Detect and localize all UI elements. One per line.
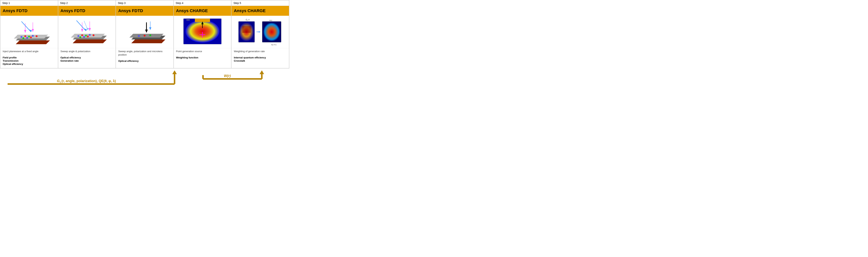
step-card-3: Step 3 Ansys FDTD (116, 0, 174, 68)
svg-marker-83 (259, 70, 264, 74)
step5-image: G L (r) W(r) G L (r)·W(r) (231, 16, 289, 48)
svg-point-25 (89, 34, 91, 36)
svg-point-47 (144, 35, 146, 37)
svg-text:(r): (r) (248, 19, 250, 21)
step-card-2: Step 2 Ansys FDTD (58, 0, 116, 68)
step1-label: Step 1 (0, 0, 58, 6)
steps-row: Step 1 Ansys FDTD (0, 0, 289, 68)
svg-point-10 (22, 37, 24, 39)
svg-marker-80 (172, 70, 177, 74)
step3-image (116, 16, 174, 48)
step4-label: Step 4 (174, 0, 231, 6)
step2-tool: Ansys FDTD (58, 6, 116, 16)
svg-point-6 (24, 35, 26, 37)
svg-text:L: L (60, 81, 61, 84)
svg-point-23 (81, 34, 83, 36)
step5-output-1: Internal quantum efficiency (234, 56, 287, 59)
svg-point-72 (263, 22, 280, 41)
step4-desc: Point generation source (174, 48, 231, 55)
step4-output-1: Weighting function (176, 56, 229, 59)
svg-marker-40 (129, 34, 163, 37)
step1-output-1: Field profile (3, 56, 56, 59)
svg-marker-31 (81, 29, 83, 32)
svg-point-8 (32, 35, 34, 37)
svg-text:W(r): W(r) (224, 74, 231, 78)
step5-desc: Weighting of generation rate (231, 48, 289, 55)
svg-text:(r)·W(r): (r)·W(r) (272, 44, 277, 45)
step4-image (174, 16, 231, 48)
step3-outputs: Optical efficiency (116, 58, 174, 65)
step3-output-1: Optical efficiency (118, 60, 171, 62)
step2-image (58, 16, 116, 48)
svg-point-29 (87, 35, 89, 37)
step5-outputs: Internal quantum efficiency Crosstalk (231, 55, 289, 65)
step-card-4: Step 4 Ansys CHARGE (174, 0, 231, 68)
svg-point-28 (83, 36, 85, 38)
svg-point-5 (21, 36, 22, 38)
svg-marker-0 (16, 40, 50, 44)
svg-point-48 (149, 34, 151, 36)
step2-outputs: Optical efficiency Generation rate (58, 55, 116, 65)
svg-marker-50 (145, 30, 148, 33)
svg-marker-19 (73, 39, 107, 43)
svg-text:G: G (57, 79, 60, 83)
step1-desc: Inject planewave at a fixed angle (0, 48, 58, 55)
step3-desc: Sweep angle, polarization and microlens … (116, 48, 174, 58)
svg-marker-70 (259, 31, 260, 33)
step2-output-1: Optical efficiency (61, 56, 114, 59)
step5-output-2: Crosstalk (234, 59, 287, 62)
step-card-1: Step 1 Ansys FDTD (0, 0, 58, 68)
svg-marker-16 (32, 29, 34, 32)
svg-point-9 (36, 35, 37, 37)
step2-label: Step 2 (58, 0, 116, 6)
step1-output-2: Transmission (3, 59, 56, 62)
step2-desc: Sweep angle & polarization (58, 48, 116, 55)
svg-point-46 (138, 35, 140, 37)
step2-output-2: Generation rate (61, 59, 114, 62)
svg-point-12 (30, 36, 32, 38)
step3-label: Step 3 (116, 0, 174, 6)
svg-rect-57 (186, 20, 190, 20)
svg-point-22 (78, 35, 79, 37)
step4-tool: Ansys CHARGE (174, 6, 231, 16)
step3-tool: Ansys FDTD (116, 6, 174, 16)
step5-label: Step 5 (231, 0, 289, 6)
svg-point-27 (79, 36, 81, 38)
step1-tool: Ansys FDTD (0, 6, 58, 16)
svg-rect-64 (242, 26, 251, 33)
svg-marker-52 (149, 27, 151, 30)
svg-point-26 (93, 34, 94, 36)
svg-marker-14 (24, 30, 26, 33)
flow-arrows-svg: G L (r, angle, polarization), QE(θ, φ, λ… (0, 68, 289, 88)
svg-text:W(r): W(r) (269, 20, 272, 21)
svg-text:G: G (246, 19, 247, 21)
step5-tool: Ansys CHARGE (231, 6, 289, 16)
step1-outputs: Field profile Transmission Optical effic… (0, 55, 58, 68)
svg-marker-38 (131, 39, 165, 43)
workflow-container: Step 1 Ansys FDTD (0, 0, 289, 88)
svg-text:(r, angle, polarization), QE(θ: (r, angle, polarization), QE(θ, φ, λ) (61, 79, 116, 83)
step4-outputs: Weighting function (174, 55, 231, 62)
svg-point-7 (28, 36, 30, 37)
step-card-5: Step 5 Ansys CHARGE (231, 0, 289, 68)
svg-point-24 (85, 35, 87, 37)
step1-image (0, 16, 58, 48)
flow-section: G L (r, angle, polarization), QE(θ, φ, λ… (0, 68, 289, 88)
step1-output-3: Optical efficiency (3, 63, 56, 65)
svg-point-11 (26, 37, 28, 39)
